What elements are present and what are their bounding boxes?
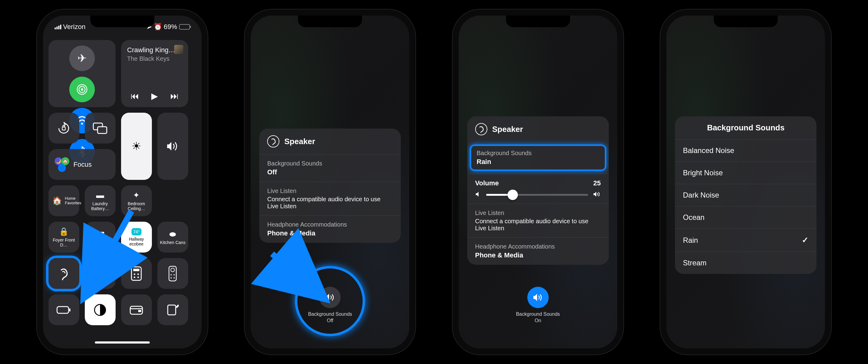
fast-forward-button[interactable]: ⏭ <box>170 91 179 101</box>
stack-icon: ▬ <box>96 191 104 200</box>
dark-mode-toggle[interactable] <box>85 295 116 325</box>
svg-rect-26 <box>138 310 141 312</box>
device-name: Speaker <box>284 137 315 146</box>
orientation-lock-toggle[interactable] <box>49 113 79 143</box>
headphone-accommodations-row[interactable]: Headphone Accommodations Phone & Media <box>467 237 609 265</box>
svg-point-15 <box>137 276 139 278</box>
bg-sounds-label: Background Sounds <box>267 160 393 167</box>
svg-point-21 <box>174 277 175 279</box>
home-tile-label: Hallway ecobee <box>124 237 150 246</box>
home-favorites-tile[interactable]: 🏠 Home Favorites <box>49 185 79 216</box>
live-listen-text: Connect a compatible audio device to use… <box>267 196 393 210</box>
sounds-title: Background Sounds <box>675 116 816 139</box>
hearing-panel: Speaker Background Sounds Off Live Liste… <box>259 129 401 243</box>
toggle-label: Background SoundsOn <box>516 311 560 324</box>
svg-point-17 <box>171 268 175 272</box>
notch <box>506 16 570 27</box>
home-tile-label: Kitchen Cans <box>160 240 185 245</box>
carrier-label: Verizon <box>63 23 85 31</box>
notch <box>714 16 778 27</box>
home-indicator[interactable] <box>95 341 150 343</box>
svg-point-12 <box>134 273 135 275</box>
svg-rect-27 <box>168 305 176 315</box>
volume-max-icon <box>593 192 601 198</box>
svg-point-13 <box>137 273 139 275</box>
focus-module[interactable]: 🌙🏠💤 Focus <box>49 149 116 180</box>
screen-mirroring-button[interactable] <box>85 113 116 143</box>
volume-value: 25 <box>593 179 600 187</box>
sounds-panel: Background Sounds Balanced Noise Bright … <box>675 116 816 274</box>
toggle-label: Background SoundsOff <box>308 311 352 324</box>
accomm-value: Phone & Media <box>267 229 393 237</box>
apple-tv-remote-button[interactable] <box>157 258 188 289</box>
kitchen-tile[interactable]: ⬬ Kitchen Cans <box>157 222 188 253</box>
background-sounds-toggle[interactable]: Background SoundsOn <box>516 287 560 324</box>
svg-point-19 <box>174 274 175 275</box>
notch <box>298 16 362 27</box>
camera-icon: ▬ <box>96 227 104 236</box>
battery-icon <box>179 24 190 30</box>
airplane-mode-toggle[interactable]: ✈︎ <box>69 46 95 71</box>
svg-point-20 <box>170 277 172 279</box>
bg-sounds-value: Rain <box>477 158 599 166</box>
low-power-button[interactable] <box>49 295 79 325</box>
background-sounds-row[interactable]: Background Sounds Off <box>259 154 401 182</box>
foyer-tile[interactable]: 🔒 Foyer Front D… <box>49 222 79 253</box>
speaker-icon[interactable] <box>527 287 549 308</box>
rewind-button[interactable]: ⏮ <box>130 91 139 101</box>
sound-option[interactable]: Balanced Noise <box>675 139 816 162</box>
laundry-tile[interactable]: ▬ Laundry Battery… <box>85 185 116 216</box>
svg-rect-16 <box>169 266 176 281</box>
live-listen-text: Connect a compatible audio device to use… <box>475 218 601 232</box>
home-tile-label: Home Favorites <box>65 196 81 205</box>
volume-slider[interactable] <box>157 113 188 180</box>
light-icon: ⬬ <box>169 229 176 239</box>
cellular-data-toggle[interactable] <box>69 77 95 102</box>
live-listen-label: Live Listen <box>267 188 393 195</box>
brightness-slider[interactable]: ☀︎ <box>121 113 152 180</box>
svg-rect-11 <box>133 269 140 271</box>
calculator-button[interactable] <box>121 258 152 289</box>
accomm-label: Headphone Accommodations <box>267 221 393 228</box>
home-icon: 🏠 <box>52 196 62 205</box>
notes-button[interactable] <box>157 295 188 325</box>
sound-option[interactable]: Stream <box>675 252 816 274</box>
svg-point-14 <box>134 276 135 278</box>
bg-sounds-label: Background Sounds <box>477 150 599 157</box>
play-button[interactable]: ▶ <box>151 91 158 101</box>
fan-icon: ✦ <box>133 191 140 200</box>
thermostat-tile[interactable]: 74° Hallway ecobee <box>121 222 152 253</box>
sound-option-selected[interactable]: Rain✓ <box>675 228 816 252</box>
live-listen-row[interactable]: Live Listen Connect a compatible audio d… <box>467 204 609 237</box>
notch <box>90 16 154 27</box>
bg-sounds-value: Off <box>267 168 393 176</box>
device-name: Speaker <box>492 124 523 134</box>
callout-arrow-icon <box>269 251 309 284</box>
speaker-icon[interactable] <box>319 287 341 308</box>
hearing-button[interactable] <box>49 258 79 289</box>
headphone-accommodations-row[interactable]: Headphone Accommodations Phone & Media <box>259 215 401 243</box>
sound-option-label: Bright Noise <box>683 169 723 177</box>
live-listen-label: Live Listen <box>475 209 601 217</box>
media-title: Crawling King… <box>127 46 182 54</box>
ceiling-tile[interactable]: ✦ Bedroom Ceiling… <box>121 185 152 216</box>
volume-row[interactable]: Volume 25 <box>467 173 609 204</box>
connectivity-module[interactable]: ✈︎ <box>49 40 116 107</box>
sound-option[interactable]: Dark Noise <box>675 184 816 206</box>
ear-icon <box>475 123 487 135</box>
home-tile-label: Garage Perch… <box>87 237 113 247</box>
screen-record-button[interactable] <box>85 258 116 289</box>
sound-option-label: Ocean <box>683 213 705 222</box>
background-sounds-toggle[interactable]: Background SoundsOff <box>308 287 352 324</box>
live-listen-row[interactable]: Live Listen Connect a compatible audio d… <box>259 182 401 215</box>
background-sounds-row[interactable]: Background Sounds Rain <box>470 144 606 171</box>
wallet-button[interactable] <box>121 295 152 325</box>
volume-slider[interactable] <box>486 194 588 196</box>
sound-option[interactable]: Bright Noise <box>675 162 816 184</box>
svg-rect-7 <box>98 127 107 134</box>
svg-line-29 <box>272 254 303 280</box>
garage-tile[interactable]: ▬ Garage Perch… <box>85 222 116 253</box>
sound-option[interactable]: Ocean <box>675 206 816 228</box>
media-module[interactable]: Crawling King… The Black Keys ⏮ ▶ ⏭ <box>121 40 188 107</box>
hearing-panel: Speaker Background Sounds Rain Volume 25 <box>467 116 609 265</box>
